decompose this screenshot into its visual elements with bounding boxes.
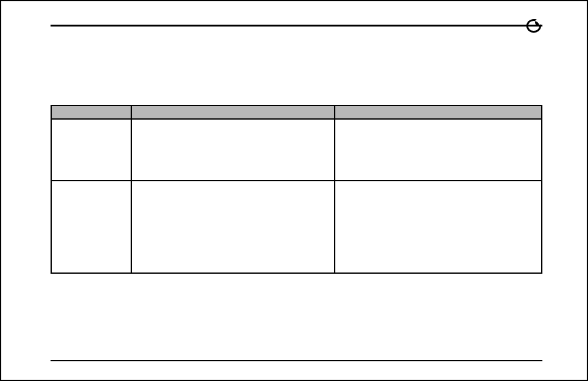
document-page (51, 25, 542, 361)
data-table (51, 105, 542, 274)
table-row (51, 119, 542, 181)
cell-r2c1 (51, 181, 131, 273)
table-row (51, 181, 542, 273)
cell-r1c3 (335, 119, 542, 181)
footer-rule (51, 360, 542, 361)
header-rule (51, 25, 542, 27)
letter-o-logo-icon (525, 18, 542, 33)
cell-r2c2 (131, 181, 335, 273)
cell-r1c1 (51, 119, 131, 181)
cell-r1c2 (131, 119, 335, 181)
table-header-1 (51, 105, 131, 119)
table-header-2 (131, 105, 335, 119)
table-header-3 (335, 105, 542, 119)
cell-r2c3 (335, 181, 542, 273)
table-header-row (51, 105, 542, 119)
